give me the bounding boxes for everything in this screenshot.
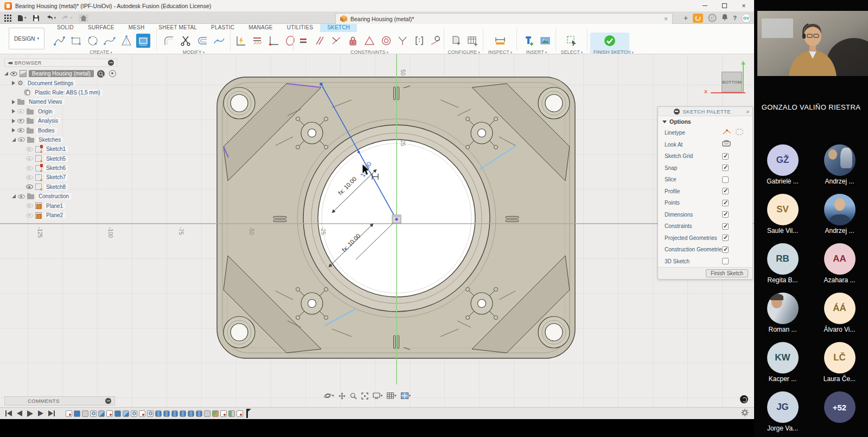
timeline-go-to-start-icon[interactable] xyxy=(5,410,12,416)
browser-item-sketch8[interactable]: Sketch8 xyxy=(4,182,117,192)
participant-tile[interactable]: KW Kacper ... xyxy=(754,342,811,385)
timeline-feature-icon-cyl[interactable] xyxy=(180,410,186,417)
symmetry-constraint-icon[interactable] xyxy=(412,34,426,48)
snap-checkbox[interactable] xyxy=(722,164,729,171)
participant-tile[interactable]: GŽ Gabrielė ... xyxy=(754,144,811,187)
pan-icon[interactable] xyxy=(339,392,346,400)
insert-fastener-icon[interactable] xyxy=(521,34,535,48)
help-icon[interactable]: ? xyxy=(733,15,737,21)
fit-icon[interactable] xyxy=(361,392,368,400)
tab-mesh[interactable]: MESH xyxy=(122,24,152,32)
circle-tool-icon[interactable] xyxy=(86,34,100,48)
timeline-play-icon[interactable] xyxy=(27,410,33,417)
timeline-feature-icon-gray[interactable] xyxy=(82,410,88,417)
participant-tile[interactable]: JG Jorge Va... xyxy=(754,391,811,434)
timeline-feature-icon-mirror[interactable] xyxy=(228,410,235,417)
timeline-feature-icon-sketch[interactable] xyxy=(66,410,72,417)
visibility-eye-icon[interactable] xyxy=(26,156,33,161)
undo-icon[interactable]: ▾ xyxy=(46,15,56,21)
visibility-eye-icon[interactable] xyxy=(26,147,33,151)
equal-constraint-icon[interactable] xyxy=(296,34,310,48)
app-grid-icon[interactable] xyxy=(4,15,11,22)
participant-tile[interactable]: SV Saulė Vil... xyxy=(754,194,811,237)
visibility-eye-icon[interactable] xyxy=(18,194,25,199)
timeline-feature-icon-cyl[interactable] xyxy=(196,410,202,417)
palette-minimize-icon[interactable] xyxy=(674,109,680,115)
linetype-normal-icon[interactable] xyxy=(722,128,732,138)
display-settings-icon[interactable]: ▾ xyxy=(373,392,383,399)
browser-item-construction[interactable]: Construction xyxy=(4,192,117,201)
tab-close-icon[interactable]: × xyxy=(664,15,668,23)
visibility-eye-icon[interactable] xyxy=(17,128,24,132)
timeline-feature-icon-fillet[interactable] xyxy=(98,410,105,417)
timeline-step-back-icon[interactable] xyxy=(17,410,22,416)
timeline-feature-icon-extrude[interactable] xyxy=(74,410,80,417)
origin-marker[interactable] xyxy=(392,215,401,223)
dimensions-checkbox[interactable] xyxy=(722,211,729,218)
finish-sketch-icon[interactable] xyxy=(603,34,617,48)
points-checkbox[interactable] xyxy=(722,200,729,206)
timeline-feature-icon-sketch[interactable] xyxy=(139,410,145,417)
polygon-constraint-icon[interactable] xyxy=(362,34,376,48)
expand-icon[interactable] xyxy=(12,100,15,104)
timeline-settings-gear-icon[interactable] xyxy=(741,409,749,419)
user-avatar[interactable]: GV xyxy=(742,14,751,23)
timeline-feature-icon-hole[interactable] xyxy=(90,410,97,417)
workspace-selector[interactable]: DESIGN▾ xyxy=(9,28,44,49)
profile-checkbox[interactable] xyxy=(722,188,729,194)
expand-icon[interactable] xyxy=(12,119,15,123)
spline-tool-icon[interactable] xyxy=(103,34,117,48)
browser-item-plane1[interactable]: Plane1 xyxy=(4,201,117,210)
document-tab[interactable]: Bearing Housing (metal)* × xyxy=(335,13,673,24)
visibility-eye-icon[interactable] xyxy=(17,119,24,123)
visibility-eye-icon[interactable] xyxy=(26,204,33,208)
browser-item-named-views[interactable]: Named Views xyxy=(4,97,117,106)
viewports-icon[interactable]: ▾ xyxy=(401,392,411,399)
construction-geometries-checkbox[interactable] xyxy=(722,246,729,253)
corner-tool-icon[interactable] xyxy=(267,34,281,48)
tab-solid[interactable]: SOLID xyxy=(50,24,81,32)
concentric-constraint-icon[interactable] xyxy=(379,34,393,48)
close-button[interactable]: × xyxy=(740,2,748,10)
browser-item-bodies[interactable]: Bodies xyxy=(4,125,117,135)
sketch-scale-tool-icon[interactable] xyxy=(233,34,247,48)
line-tool-icon[interactable] xyxy=(52,34,66,48)
timeline-feature-icon-hole[interactable] xyxy=(147,410,154,417)
expand-icon[interactable] xyxy=(4,72,8,75)
browser-item-sketches[interactable]: Sketches xyxy=(4,135,117,144)
save-icon[interactable] xyxy=(33,15,40,22)
tab-plastic[interactable]: PLASTIC xyxy=(204,24,241,32)
expand-icon[interactable] xyxy=(12,128,15,132)
expand-icon[interactable] xyxy=(12,194,16,198)
browser-root-item[interactable]: Bearing Housing (metal) xyxy=(4,69,117,78)
orbit-icon[interactable]: ▾ xyxy=(324,392,334,400)
palette-pin-icon[interactable]: » xyxy=(746,109,749,115)
visibility-eye-icon[interactable] xyxy=(17,109,24,113)
linetype-construction-icon[interactable] xyxy=(735,128,744,138)
timeline-feature-icon-sketch[interactable] xyxy=(237,410,243,417)
visibility-eye-icon[interactable] xyxy=(10,72,17,76)
expand-icon[interactable] xyxy=(12,109,15,113)
viewcube[interactable]: X BOTTOM xyxy=(694,61,751,104)
timeline-playhead[interactable] xyxy=(246,409,248,418)
participant-tile[interactable]: LČ Laura Če... xyxy=(811,342,868,385)
browser-item-origin[interactable]: Origin xyxy=(4,107,117,116)
participant-tile[interactable]: AA Azahara ... xyxy=(811,243,868,286)
sketch-palette-header[interactable]: SKETCH PALETTE » xyxy=(658,107,752,116)
expand-icon[interactable] xyxy=(12,138,16,142)
coincident-constraint-icon[interactable] xyxy=(329,34,343,48)
midpoint-constraint-icon[interactable] xyxy=(395,34,410,48)
minimize-button[interactable] xyxy=(701,2,709,10)
notifications-bell-icon[interactable] xyxy=(722,13,728,23)
participant-tile[interactable]: Andrzej ... xyxy=(811,194,868,237)
rectangle-tool-icon[interactable] xyxy=(69,34,83,48)
visibility-eye-icon[interactable] xyxy=(26,213,33,218)
participant-tile-overflow[interactable]: +52 xyxy=(811,391,868,434)
select-tool-icon[interactable] xyxy=(565,34,579,48)
maximize-button[interactable] xyxy=(720,2,728,10)
browser-header[interactable]: ◀◀ BROWSER xyxy=(4,59,117,67)
participant-tile[interactable]: RB Regita B... xyxy=(754,243,811,286)
presenter-video[interactable] xyxy=(757,11,868,76)
tab-utilities[interactable]: UTILITIES xyxy=(280,24,320,32)
timeline-go-to-end-icon[interactable] xyxy=(48,410,55,416)
